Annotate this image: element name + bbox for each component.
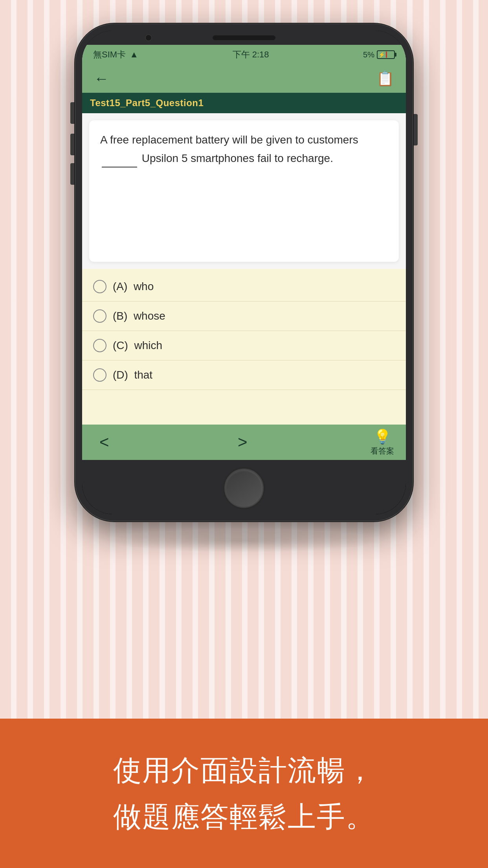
hint-label: 看答案 <box>371 446 394 456</box>
battery-icon: ⚡ <box>377 50 395 59</box>
next-button[interactable]: > <box>232 433 253 452</box>
bottom-banner: 使用介面設計流暢， 做題應答輕鬆上手。 <box>0 719 488 868</box>
option-c-row[interactable]: (C) which <box>82 331 406 360</box>
list-icon[interactable]: 📋 <box>376 70 394 87</box>
question-text: A free replacement battery will be given… <box>100 131 388 167</box>
option-a-radio[interactable] <box>93 280 106 293</box>
home-button[interactable] <box>224 469 264 508</box>
option-d-row[interactable]: (D) that <box>82 360 406 390</box>
question-label: Test15_Part5_Question1 <box>82 93 406 113</box>
phone-mockup: 無SIM卡 ▲ 下午 2:18 5% ⚡ ← 📋 <box>75 24 413 521</box>
home-button-wrap <box>82 460 406 514</box>
phone-top-bar <box>82 31 406 45</box>
option-b-label: (B) whose <box>113 310 165 322</box>
banner-line1: 使用介面設計流暢， <box>113 749 375 791</box>
hint-icon: 💡 <box>374 428 391 445</box>
option-c-radio[interactable] <box>93 339 106 352</box>
option-a-row[interactable]: (A) who <box>82 272 406 302</box>
bottom-bar: < > 💡 看答案 <box>82 425 406 460</box>
option-b-radio[interactable] <box>93 309 106 323</box>
status-right: 5% ⚡ <box>363 50 395 59</box>
option-c-label: (C) which <box>113 339 162 352</box>
question-text-before: A free replacement battery will be given… <box>100 134 358 146</box>
phone-reflection <box>106 529 382 553</box>
phone-camera <box>145 34 152 41</box>
options-filler <box>82 390 406 421</box>
option-d-radio[interactable] <box>93 368 106 382</box>
option-d-label: (D) that <box>113 369 152 381</box>
time-label: 下午 2:18 <box>233 49 269 61</box>
status-left: 無SIM卡 ▲ <box>93 49 138 61</box>
option-a-label: (A) who <box>113 280 154 293</box>
charge-icon: ⚡ <box>378 51 385 58</box>
option-b-row[interactable]: (B) whose <box>82 302 406 331</box>
battery-fill <box>386 51 387 58</box>
nav-bar: ← 📋 <box>82 64 406 93</box>
screen: 無SIM卡 ▲ 下午 2:18 5% ⚡ ← 📋 <box>82 45 406 460</box>
prev-button[interactable]: < <box>94 433 115 452</box>
hint-button[interactable]: 💡 看答案 <box>371 428 394 456</box>
carrier-label: 無SIM卡 <box>93 49 126 61</box>
options-area: (A) who (B) whose (C) which (D) that <box>82 269 406 425</box>
question-card: A free replacement battery will be given… <box>89 120 399 262</box>
phone-speaker <box>213 35 275 40</box>
question-text-after: Upsilon 5 smartphones fail to recharge. <box>142 152 333 164</box>
status-bar: 無SIM卡 ▲ 下午 2:18 5% ⚡ <box>82 45 406 64</box>
battery-pct-label: 5% <box>363 50 374 59</box>
wifi-icon: ▲ <box>130 50 138 60</box>
question-blank <box>102 149 137 167</box>
banner-line2: 做題應答輕鬆上手。 <box>113 795 375 838</box>
back-button[interactable]: ← <box>94 70 109 87</box>
